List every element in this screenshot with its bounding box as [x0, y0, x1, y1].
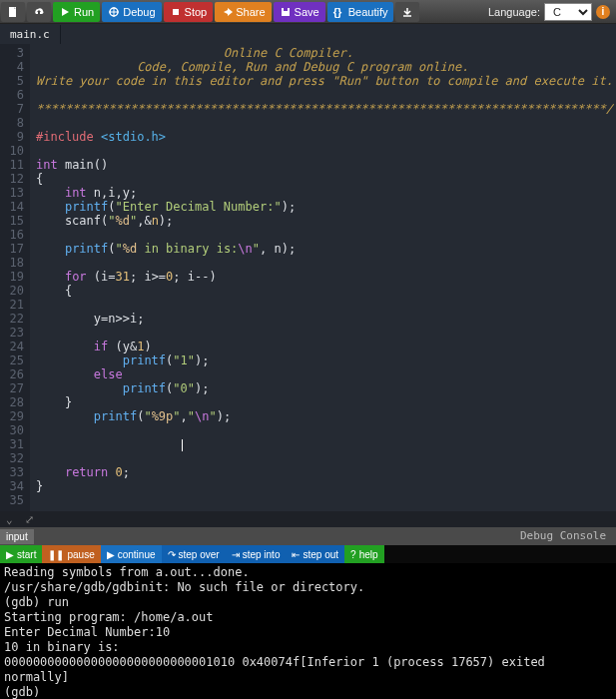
download-icon: [401, 6, 413, 18]
editor-tabbar: main.c: [0, 24, 616, 44]
step-out-icon: ⇤: [292, 549, 300, 560]
play-icon: ▶: [107, 549, 115, 560]
tab-main-c[interactable]: main.c: [0, 25, 61, 44]
debug-step-into-button[interactable]: ⇥step into: [226, 545, 287, 563]
debug-console[interactable]: Reading symbols from a.out...done. /usr/…: [0, 563, 616, 699]
cloud-up-icon: [33, 6, 45, 18]
upload-button[interactable]: [27, 2, 51, 22]
save-icon: [280, 6, 292, 18]
language-selector: Language: C i: [488, 3, 616, 21]
bug-icon: [108, 6, 120, 18]
svg-rect-8: [284, 8, 288, 11]
debug-pause-button[interactable]: ❚❚pause: [42, 545, 100, 563]
stop-label: Stop: [185, 6, 208, 18]
input-tab[interactable]: input: [0, 529, 34, 544]
debug-console-tab[interactable]: Debug Console: [520, 529, 606, 542]
braces-icon: {}: [333, 6, 345, 18]
line-gutter: 3456789101112131415161718192021222324252…: [0, 44, 30, 511]
pause-icon: ❚❚: [48, 549, 64, 560]
language-label: Language:: [488, 6, 540, 18]
code-area[interactable]: Online C Compiler. Code, Compile, Run an…: [30, 44, 616, 511]
run-button[interactable]: Run: [53, 2, 100, 22]
chevron-down-icon[interactable]: ⌄: [0, 513, 19, 526]
info-icon[interactable]: i: [596, 5, 610, 19]
play-icon: ▶: [6, 549, 14, 560]
svg-marker-2: [62, 8, 69, 16]
debug-step-over-button[interactable]: ↷step over: [162, 545, 226, 563]
step-into-icon: ⇥: [232, 549, 240, 560]
run-label: Run: [74, 6, 94, 18]
debug-start-button[interactable]: ▶start: [0, 545, 42, 563]
svg-rect-6: [173, 9, 179, 15]
new-file-button[interactable]: [1, 2, 25, 22]
download-button[interactable]: [395, 2, 419, 22]
play-icon: [59, 6, 71, 18]
debug-controls: ▶start ❚❚pause ▶continue ↷step over ⇥ste…: [0, 545, 616, 563]
share-icon: [221, 6, 233, 18]
step-over-icon: ↷: [168, 549, 176, 560]
panel-divider[interactable]: ⌄ ⤢: [0, 511, 616, 527]
save-button[interactable]: Save: [274, 2, 325, 22]
save-label: Save: [295, 6, 319, 18]
share-button[interactable]: Share: [215, 2, 271, 22]
help-icon: ?: [350, 549, 356, 560]
beautify-button[interactable]: {} Beautify: [327, 2, 394, 22]
stop-icon: [170, 6, 182, 18]
debug-step-out-button[interactable]: ⇤step out: [286, 545, 344, 563]
language-select[interactable]: C: [544, 3, 592, 21]
debug-label: Debug: [123, 6, 155, 18]
toolbar: Run Debug Stop Share Save {} Beautify La…: [0, 0, 616, 24]
beautify-label: Beautify: [348, 6, 388, 18]
file-icon: [7, 6, 19, 18]
expand-icon[interactable]: ⤢: [19, 513, 40, 526]
stop-button[interactable]: Stop: [164, 2, 214, 22]
share-label: Share: [236, 6, 265, 18]
debug-button[interactable]: Debug: [102, 2, 161, 22]
debug-help-button[interactable]: ?help: [344, 545, 383, 563]
debug-continue-button[interactable]: ▶continue: [101, 545, 162, 563]
code-editor[interactable]: 3456789101112131415161718192021222324252…: [0, 44, 616, 511]
